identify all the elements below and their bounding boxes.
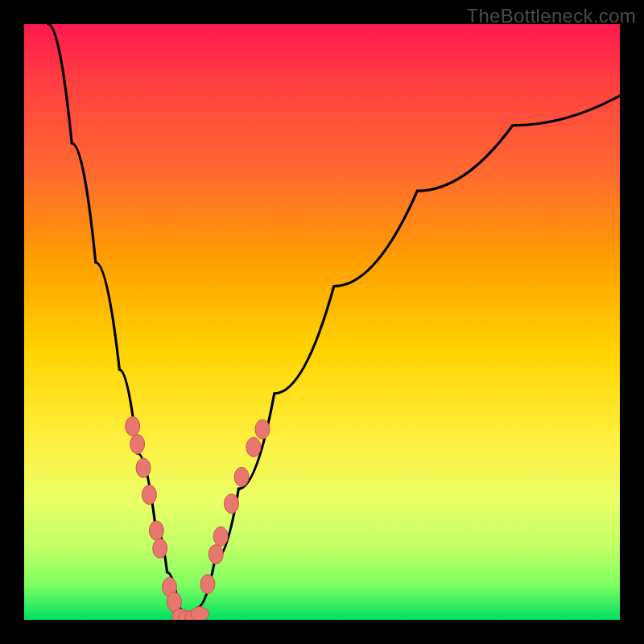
data-bead <box>153 539 167 558</box>
data-bead <box>225 494 239 514</box>
plot-area <box>24 24 620 620</box>
data-bead <box>149 521 163 540</box>
data-bead <box>234 467 249 486</box>
beads-group <box>126 417 270 621</box>
data-bead <box>126 417 140 436</box>
chart-svg <box>24 24 620 620</box>
data-bead <box>246 437 261 456</box>
left-curve <box>48 24 185 620</box>
data-bead <box>200 575 215 594</box>
data-bead <box>208 545 223 564</box>
data-bead <box>255 419 270 439</box>
right-curve <box>197 96 620 608</box>
data-bead <box>213 526 228 546</box>
chart-frame: TheBottleneck.com <box>0 0 644 644</box>
data-bead <box>136 458 151 477</box>
data-bead <box>130 435 145 454</box>
data-bead <box>142 485 156 505</box>
data-bead <box>191 607 208 620</box>
